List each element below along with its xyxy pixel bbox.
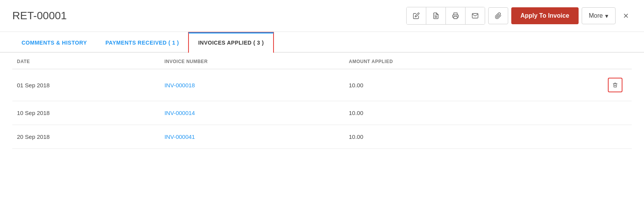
cell-date: 20 Sep 2018	[12, 125, 160, 149]
delete-button[interactable]	[608, 78, 622, 92]
col-actions	[532, 53, 632, 69]
pdf-icon	[432, 12, 439, 19]
cell-date: 01 Sep 2018	[12, 69, 160, 101]
toolbar-icon-group	[406, 7, 485, 25]
table-row: 10 Sep 2018INV-00001410.00	[12, 101, 632, 125]
invoice-number-link[interactable]: INV-000041	[164, 133, 195, 140]
print-icon	[452, 12, 459, 19]
cell-date: 10 Sep 2018	[12, 101, 160, 125]
cell-invoice-number: INV-000041	[160, 125, 344, 149]
apply-to-invoice-button[interactable]: Apply To Invoice	[511, 7, 579, 24]
header: RET-00001	[0, 0, 644, 32]
col-amount-applied: AMOUNT APPLIED	[344, 53, 532, 69]
invoices-table: DATE INVOICE NUMBER AMOUNT APPLIED 01 Se…	[12, 53, 632, 149]
invoices-table-container: DATE INVOICE NUMBER AMOUNT APPLIED 01 Se…	[0, 53, 644, 149]
edit-button[interactable]	[407, 7, 426, 24]
table-row: 01 Sep 2018INV-00001810.00	[12, 69, 632, 101]
edit-icon	[413, 12, 420, 19]
print-button[interactable]	[446, 7, 465, 24]
more-button-label: More	[589, 12, 603, 19]
header-actions: Apply To Invoice More ▾ ×	[406, 7, 632, 25]
cell-amount: 10.00	[344, 125, 532, 149]
invoice-number-link[interactable]: INV-000014	[164, 110, 195, 116]
cell-amount: 10.00	[344, 69, 532, 101]
attach-button[interactable]	[488, 7, 508, 24]
tabs: COMMENTS & HISTORY PAYMENTS RECEIVED ( 1…	[0, 32, 644, 53]
svg-rect-2	[454, 17, 457, 19]
tab-payments[interactable]: PAYMENTS RECEIVED ( 1 )	[96, 33, 188, 52]
cell-delete	[532, 125, 632, 149]
col-date: DATE	[12, 53, 160, 69]
page-title: RET-00001	[12, 10, 406, 22]
invoice-number-link[interactable]: INV-000018	[164, 82, 195, 88]
cell-delete	[532, 101, 632, 125]
cell-invoice-number: INV-000014	[160, 101, 344, 125]
col-invoice-number: INVOICE NUMBER	[160, 53, 344, 69]
cell-delete	[532, 69, 632, 101]
table-header-row: DATE INVOICE NUMBER AMOUNT APPLIED	[12, 53, 632, 69]
cell-amount: 10.00	[344, 101, 532, 125]
close-button[interactable]: ×	[620, 9, 632, 23]
chevron-down-icon: ▾	[605, 12, 608, 20]
cell-invoice-number: INV-000018	[160, 69, 344, 101]
email-button[interactable]	[465, 7, 485, 24]
table-row: 20 Sep 2018INV-00004110.00	[12, 125, 632, 149]
tab-comments[interactable]: COMMENTS & HISTORY	[12, 33, 96, 52]
attach-icon	[495, 12, 502, 19]
email-icon	[472, 12, 479, 19]
trash-icon	[612, 82, 618, 88]
more-button[interactable]: More ▾	[582, 7, 616, 24]
tab-invoices[interactable]: INVOICES APPLIED ( 3 )	[188, 32, 274, 53]
pdf-button[interactable]	[426, 7, 446, 24]
